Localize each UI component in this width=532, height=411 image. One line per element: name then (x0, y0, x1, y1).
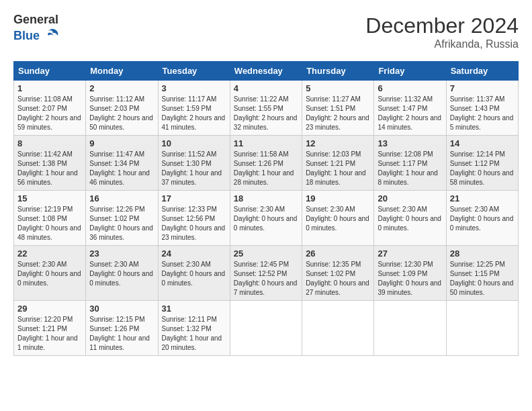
calendar-cell: 23Sunset: 2:30 AM Daylight: 0 hours and … (86, 246, 158, 301)
day-header-sunday: Sunday (14, 62, 86, 81)
calendar-cell: 29Sunrise: 12:20 PM Sunset: 1:21 PM Dayl… (14, 301, 86, 356)
calendar-cell: 16Sunrise: 12:26 PM Sunset: 1:02 PM Dayl… (86, 191, 158, 246)
calendar-cell: 13Sunrise: 12:08 PM Sunset: 1:17 PM Dayl… (374, 136, 446, 191)
day-info: Sunrise: 12:14 PM Sunset: 1:12 PM Daylig… (450, 150, 515, 187)
day-header-tuesday: Tuesday (158, 62, 230, 81)
month-title: December 2024 (365, 13, 519, 38)
calendar-cell: 28Sunrise: 12:25 PM Sunset: 1:15 PM Dayl… (446, 246, 518, 301)
calendar-cell: 24Sunset: 2:30 AM Daylight: 0 hours and … (158, 246, 230, 301)
day-info: Sunrise: 11:17 AM Sunset: 1:59 PM Daylig… (162, 95, 226, 132)
calendar-cell: 14Sunrise: 12:14 PM Sunset: 1:12 PM Dayl… (446, 136, 518, 191)
day-number: 21 (450, 193, 515, 203)
day-number: 9 (89, 138, 154, 148)
logo: General Blue (13, 13, 62, 45)
day-number: 19 (306, 193, 370, 203)
calendar-header-row: SundayMondayTuesdayWednesdayThursdayFrid… (14, 62, 519, 81)
calendar-cell: 9Sunrise: 11:47 AM Sunset: 1:34 PM Dayli… (86, 136, 158, 191)
day-info: Sunrise: 11:27 AM Sunset: 1:51 PM Daylig… (306, 95, 370, 132)
title-area: December 2024 Afrikanda, Russia (365, 13, 519, 50)
day-number: 29 (17, 304, 82, 314)
day-info: Sunrise: 11:12 AM Sunset: 2:03 PM Daylig… (89, 95, 154, 132)
calendar-cell: 11Sunrise: 11:58 AM Sunset: 1:26 PM Dayl… (230, 136, 302, 191)
day-info: Sunrise: 11:37 AM Sunset: 1:43 PM Daylig… (450, 95, 515, 132)
day-info: Sunrise: 12:03 PM Sunset: 1:21 PM Daylig… (306, 150, 370, 187)
day-info: Sunset: 2:30 AM Daylight: 0 hours and 0 … (450, 205, 515, 233)
calendar-table: SundayMondayTuesdayWednesdayThursdayFrid… (13, 61, 519, 356)
day-info: Sunrise: 12:15 PM Sunset: 1:26 PM Daylig… (89, 315, 154, 353)
calendar-cell: 15Sunrise: 12:19 PM Sunset: 1:08 PM Dayl… (14, 191, 86, 246)
calendar-cell (230, 301, 302, 356)
day-number: 16 (89, 193, 154, 203)
day-header-wednesday: Wednesday (230, 62, 302, 81)
calendar-week-2: 8Sunrise: 11:42 AM Sunset: 1:38 PM Dayli… (14, 136, 519, 191)
day-number: 3 (162, 83, 226, 93)
calendar-cell: 7Sunrise: 11:37 AM Sunset: 1:43 PM Dayli… (446, 81, 518, 136)
day-info: Sunrise: 12:11 PM Sunset: 1:32 PM Daylig… (162, 315, 226, 353)
calendar-cell (374, 301, 446, 356)
calendar-cell: 4Sunrise: 11:22 AM Sunset: 1:55 PM Dayli… (230, 81, 302, 136)
calendar-cell: 10Sunrise: 11:52 AM Sunset: 1:30 PM Dayl… (158, 136, 230, 191)
day-info: Sunrise: 12:30 PM Sunset: 1:09 PM Daylig… (378, 260, 442, 298)
calendar-cell (446, 301, 518, 356)
calendar-week-3: 15Sunrise: 12:19 PM Sunset: 1:08 PM Dayl… (14, 191, 519, 246)
day-info: Sunset: 2:30 AM Daylight: 0 hours and 0 … (17, 260, 82, 288)
day-header-monday: Monday (86, 62, 158, 81)
calendar-cell: 22Sunset: 2:30 AM Daylight: 0 hours and … (14, 246, 86, 301)
day-info: Sunrise: 11:08 AM Sunset: 2:07 PM Daylig… (17, 95, 82, 132)
calendar-cell: 2Sunrise: 11:12 AM Sunset: 2:03 PM Dayli… (86, 81, 158, 136)
day-info: Sunrise: 12:33 PM Sunset: 12:56 PM Dayli… (162, 205, 226, 242)
day-number: 15 (17, 193, 82, 203)
calendar-cell: 27Sunrise: 12:30 PM Sunset: 1:09 PM Dayl… (374, 246, 446, 301)
day-info: Sunrise: 12:26 PM Sunset: 1:02 PM Daylig… (89, 205, 154, 242)
day-info: Sunset: 2:30 AM Daylight: 0 hours and 0 … (162, 260, 226, 288)
day-number: 2 (89, 83, 154, 93)
day-info: Sunrise: 12:19 PM Sunset: 1:08 PM Daylig… (17, 205, 82, 242)
day-info: Sunrise: 12:45 PM Sunset: 12:52 PM Dayli… (234, 260, 298, 298)
day-info: Sunset: 2:30 AM Daylight: 0 hours and 0 … (378, 205, 442, 233)
calendar-cell: 1Sunrise: 11:08 AM Sunset: 2:07 PM Dayli… (14, 81, 86, 136)
day-info: Sunrise: 11:22 AM Sunset: 1:55 PM Daylig… (234, 95, 298, 132)
calendar-cell: 17Sunrise: 12:33 PM Sunset: 12:56 PM Day… (158, 191, 230, 246)
location-title: Afrikanda, Russia (365, 38, 519, 50)
day-info: Sunrise: 11:52 AM Sunset: 1:30 PM Daylig… (162, 150, 226, 187)
day-number: 23 (89, 248, 154, 259)
day-number: 1 (17, 83, 82, 93)
calendar-cell: 20Sunset: 2:30 AM Daylight: 0 hours and … (374, 191, 446, 246)
day-number: 25 (234, 248, 298, 259)
calendar-cell: 25Sunrise: 12:45 PM Sunset: 12:52 PM Day… (230, 246, 302, 301)
day-number: 5 (306, 83, 370, 93)
calendar-cell: 19Sunset: 2:30 AM Daylight: 0 hours and … (302, 191, 374, 246)
day-number: 11 (234, 138, 298, 148)
logo-blue: Blue (13, 26, 62, 45)
calendar-cell: 18Sunrise: 2:30 AM Daylight: 0 hours and… (230, 191, 302, 246)
day-number: 6 (378, 83, 442, 93)
day-number: 26 (306, 248, 370, 259)
calendar-cell: 12Sunrise: 12:03 PM Sunset: 1:21 PM Dayl… (302, 136, 374, 191)
calendar-cell: 3Sunrise: 11:17 AM Sunset: 1:59 PM Dayli… (158, 81, 230, 136)
day-number: 31 (162, 304, 226, 314)
day-info: Sunset: 2:30 AM Daylight: 0 hours and 0 … (306, 205, 370, 233)
calendar-cell: 21Sunset: 2:30 AM Daylight: 0 hours and … (446, 191, 518, 246)
calendar-week-5: 29Sunrise: 12:20 PM Sunset: 1:21 PM Dayl… (14, 301, 519, 356)
day-info: Sunset: 2:30 AM Daylight: 0 hours and 0 … (89, 260, 154, 288)
day-number: 27 (378, 248, 442, 259)
day-number: 30 (89, 304, 154, 314)
day-info: Sunrise: 11:32 AM Sunset: 1:47 PM Daylig… (378, 95, 442, 132)
day-number: 28 (450, 248, 515, 259)
day-header-saturday: Saturday (446, 62, 518, 81)
calendar-cell (302, 301, 374, 356)
day-number: 12 (306, 138, 370, 148)
day-info: Sunrise: 12:20 PM Sunset: 1:21 PM Daylig… (17, 315, 82, 353)
day-number: 14 (450, 138, 515, 148)
day-number: 7 (450, 83, 515, 93)
day-number: 13 (378, 138, 442, 148)
calendar-cell: 6Sunrise: 11:32 AM Sunset: 1:47 PM Dayli… (374, 81, 446, 136)
day-number: 22 (17, 248, 82, 259)
day-info: Sunrise: 11:58 AM Sunset: 1:26 PM Daylig… (234, 150, 298, 187)
day-number: 17 (162, 193, 226, 203)
day-info: Sunrise: 11:42 AM Sunset: 1:38 PM Daylig… (17, 150, 82, 187)
day-info: Sunrise: 2:30 AM Daylight: 0 hours and 0… (234, 205, 298, 233)
day-number: 8 (17, 138, 82, 148)
day-info: Sunrise: 12:35 PM Sunset: 1:02 PM Daylig… (306, 260, 370, 298)
day-header-thursday: Thursday (302, 62, 374, 81)
